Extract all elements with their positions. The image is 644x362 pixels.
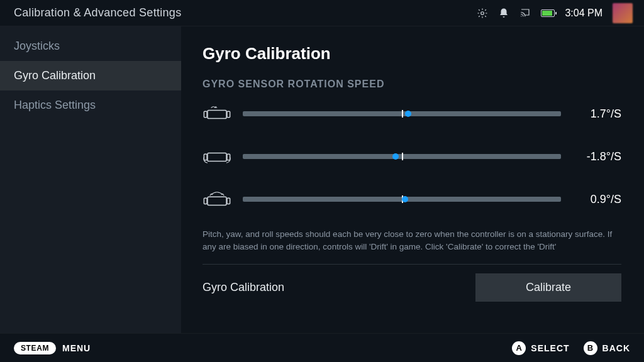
roll-icon <box>203 146 231 167</box>
description-text: Pitch, yaw, and roll speeds should each … <box>203 228 621 253</box>
menu-label: MENU <box>62 343 91 353</box>
svg-rect-5 <box>204 154 207 160</box>
yaw-slider[interactable] <box>243 197 561 202</box>
a-button-icon: A <box>512 341 526 355</box>
svg-rect-7 <box>208 197 226 205</box>
steam-pill: STEAM <box>14 342 56 354</box>
main-panel: Gyro Calibration GYRO SENSOR ROTATION SP… <box>181 26 644 333</box>
section-title: GYRO SENSOR ROTATION SPEED <box>203 79 621 90</box>
svg-rect-6 <box>227 154 230 160</box>
hint-select: A SELECT <box>512 341 569 355</box>
settings-icon[interactable] <box>477 8 488 19</box>
hint-back-label: BACK <box>602 343 630 353</box>
hint-back: B BACK <box>584 341 630 355</box>
gyro-axis-roll: -1.8°/S <box>203 146 621 167</box>
status-bar: 3:04 PM <box>477 3 633 23</box>
clock: 3:04 PM <box>565 8 602 19</box>
pitch-value: 1.7°/S <box>572 107 621 121</box>
gyro-axis-pitch: 1.7°/S <box>203 104 621 124</box>
calibrate-button[interactable]: Calibrate <box>475 273 621 302</box>
svg-rect-3 <box>227 111 230 117</box>
hint-select-label: SELECT <box>531 343 569 353</box>
calibration-row: Gyro Calibration Calibrate <box>203 273 621 302</box>
roll-slider[interactable] <box>243 154 561 159</box>
bottom-bar: STEAM MENU A SELECT B BACK <box>0 333 644 362</box>
pitch-thumb[interactable] <box>405 111 411 117</box>
sidebar: Joysticks Gyro Calibration Haptics Setti… <box>0 26 181 333</box>
notification-icon[interactable] <box>498 8 509 19</box>
sidebar-item-gyro-calibration[interactable]: Gyro Calibration <box>0 61 181 90</box>
svg-rect-9 <box>227 198 230 204</box>
pitch-icon <box>203 104 231 124</box>
yaw-thumb[interactable] <box>402 196 408 202</box>
top-bar: Calibration & Advanced Settings 3:04 PM <box>0 0 644 26</box>
svg-rect-8 <box>204 198 207 204</box>
svg-rect-4 <box>208 153 226 161</box>
sidebar-item-joysticks[interactable]: Joysticks <box>0 31 181 61</box>
roll-value: -1.8°/S <box>572 150 621 163</box>
cast-icon[interactable] <box>519 8 531 19</box>
steam-menu-button[interactable]: STEAM MENU <box>14 342 91 354</box>
svg-rect-1 <box>208 110 226 118</box>
divider <box>203 264 621 265</box>
sidebar-item-haptics-settings[interactable]: Haptics Settings <box>0 90 181 120</box>
battery-icon <box>541 9 555 17</box>
roll-thumb[interactable] <box>392 153 399 160</box>
avatar[interactable] <box>613 3 633 23</box>
yaw-icon <box>203 189 231 209</box>
page-breadcrumb: Calibration & Advanced Settings <box>14 6 477 19</box>
pitch-slider[interactable] <box>243 111 561 116</box>
svg-point-0 <box>481 11 484 14</box>
svg-rect-2 <box>204 111 207 117</box>
gyro-axis-yaw: 0.9°/S <box>203 189 621 209</box>
calibration-label: Gyro Calibration <box>203 281 460 294</box>
b-button-icon: B <box>584 341 597 355</box>
yaw-value: 0.9°/S <box>572 193 621 206</box>
page-title: Gyro Calibration <box>203 44 621 63</box>
